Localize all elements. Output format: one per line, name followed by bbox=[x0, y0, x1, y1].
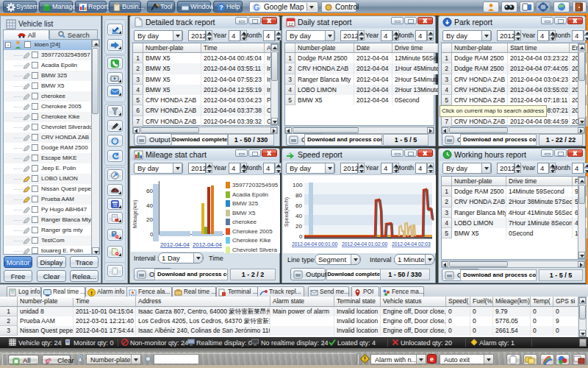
svg-text:12: 12 bbox=[288, 22, 293, 26]
svg-text:60: 60 bbox=[295, 202, 302, 209]
svg-text:40: 40 bbox=[295, 213, 302, 219]
svg-text:2012-04-04 01:02:00: 2012-04-04 01:02:00 bbox=[342, 241, 387, 247]
svg-text:G: G bbox=[254, 4, 259, 12]
svg-text:2012-04-04 00:01:00: 2012-04-04 00:01:00 bbox=[292, 241, 337, 247]
svg-text:e: e bbox=[430, 355, 434, 363]
svg-text:20: 20 bbox=[295, 223, 302, 230]
svg-text:35: 35 bbox=[113, 203, 118, 208]
svg-text:2012-04-04 02:03: 2012-04-04 02:03 bbox=[392, 241, 431, 247]
svg-text:80: 80 bbox=[295, 192, 302, 199]
svg-text:60: 60 bbox=[146, 188, 153, 194]
svg-text:2012-04-04: 2012-04-04 bbox=[193, 241, 223, 248]
svg-text:0: 0 bbox=[299, 233, 303, 240]
svg-text:Mileage(km): Mileage(km) bbox=[132, 199, 138, 228]
svg-text:40: 40 bbox=[146, 202, 153, 209]
svg-text:100: 100 bbox=[293, 182, 303, 188]
svg-text:20: 20 bbox=[146, 216, 153, 223]
svg-text:Speed(km/h): Speed(km/h) bbox=[284, 197, 290, 227]
svg-text:!: ! bbox=[90, 290, 93, 297]
svg-text:2012-04-04: 2012-04-04 bbox=[160, 241, 190, 248]
svg-text:?: ? bbox=[219, 4, 223, 11]
